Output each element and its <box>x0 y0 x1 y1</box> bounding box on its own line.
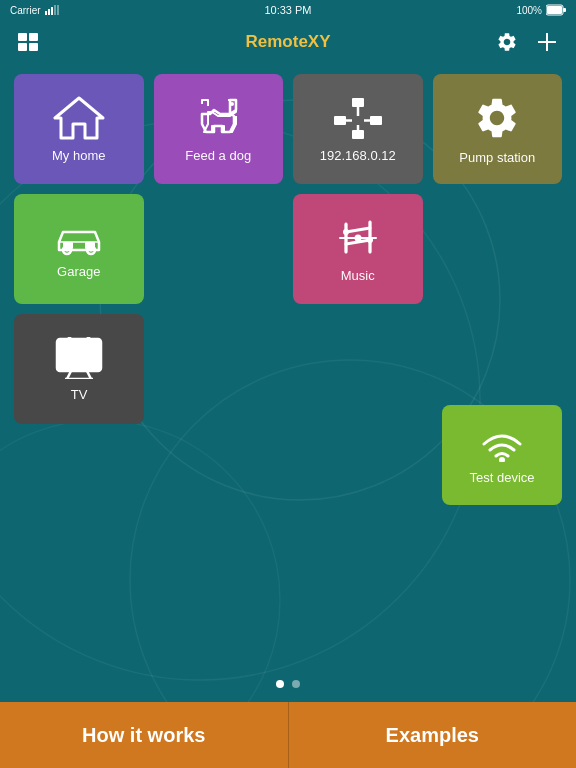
plus-icon <box>538 33 556 51</box>
bottom-bar: How it works Examples <box>0 702 576 768</box>
battery-icon <box>546 4 566 16</box>
svg-rect-13 <box>538 41 556 43</box>
svg-rect-0 <box>45 11 47 15</box>
svg-rect-45 <box>57 339 101 371</box>
grid-icon <box>18 33 40 51</box>
svg-rect-20 <box>352 98 364 107</box>
pump-gear-icon <box>473 94 521 142</box>
dot-1[interactable] <box>276 680 284 688</box>
svg-point-32 <box>65 248 68 251</box>
svg-rect-23 <box>352 130 364 139</box>
tile-tv[interactable]: TV <box>14 314 144 424</box>
tile-tv-label: TV <box>71 387 88 402</box>
svg-rect-9 <box>29 33 38 41</box>
tile-feed-dog-label: Feed a dog <box>185 148 251 163</box>
time-display: 10:33 PM <box>264 4 311 16</box>
carrier-label: Carrier <box>10 5 41 16</box>
gear-icon <box>496 31 518 53</box>
network-icon <box>332 96 384 140</box>
settings-button[interactable] <box>492 27 522 57</box>
svg-rect-21 <box>334 116 346 125</box>
app-title: RemoteXY <box>245 32 330 52</box>
svg-rect-1 <box>48 9 50 15</box>
svg-rect-11 <box>29 43 38 51</box>
home-icon <box>53 96 105 140</box>
tile-test-device[interactable]: Test device <box>442 405 562 505</box>
svg-rect-8 <box>18 33 27 41</box>
menu-icon-btn[interactable] <box>14 27 44 57</box>
svg-line-36 <box>346 228 370 232</box>
main-content: My home Feed a dog 1 <box>0 64 576 444</box>
top-bar: RemoteXY <box>0 20 576 64</box>
tile-pump[interactable]: Pump station <box>433 74 563 184</box>
svg-rect-4 <box>57 5 59 15</box>
svg-rect-7 <box>563 8 566 12</box>
tile-feed-dog[interactable]: Feed a dog <box>154 74 284 184</box>
svg-point-33 <box>89 248 92 251</box>
status-bar: Carrier 10:33 PM 100% <box>0 0 576 20</box>
svg-rect-10 <box>18 43 27 51</box>
pagination-dots <box>276 680 300 688</box>
svg-rect-3 <box>54 5 56 15</box>
empty-slot-1 <box>154 194 284 304</box>
empty-slot-2 <box>433 194 563 304</box>
tile-row-2: Garage Music <box>14 194 562 304</box>
svg-point-44 <box>354 234 361 241</box>
dog-icon <box>192 96 244 140</box>
tv-icon <box>53 337 105 379</box>
tile-my-home-label: My home <box>52 148 105 163</box>
car-icon <box>53 220 105 256</box>
svg-point-19 <box>230 102 234 106</box>
battery-label: 100% <box>516 5 542 16</box>
tile-row-1: My home Feed a dog 1 <box>14 74 562 184</box>
svg-rect-2 <box>51 7 53 15</box>
tile-pump-label: Pump station <box>459 150 535 165</box>
examples-button[interactable]: Examples <box>289 702 577 768</box>
svg-point-54 <box>499 457 505 462</box>
add-button[interactable] <box>532 27 562 57</box>
how-it-works-button[interactable]: How it works <box>0 702 289 768</box>
tile-music-label: Music <box>341 268 375 283</box>
dot-2[interactable] <box>292 680 300 688</box>
signal-icon <box>45 5 59 15</box>
music-icon <box>336 216 380 260</box>
tile-music[interactable]: Music <box>293 194 423 304</box>
svg-marker-18 <box>55 98 103 138</box>
test-device-container: Test device <box>442 405 562 505</box>
tile-ip[interactable]: 192.168.0.12 <box>293 74 423 184</box>
svg-rect-6 <box>547 6 562 14</box>
svg-rect-22 <box>370 116 382 125</box>
tile-garage[interactable]: Garage <box>14 194 144 304</box>
tile-ip-label: 192.168.0.12 <box>320 148 396 163</box>
wifi-icon <box>478 426 526 462</box>
tile-test-device-label: Test device <box>469 470 534 485</box>
tile-my-home[interactable]: My home <box>14 74 144 184</box>
tile-garage-label: Garage <box>57 264 100 279</box>
